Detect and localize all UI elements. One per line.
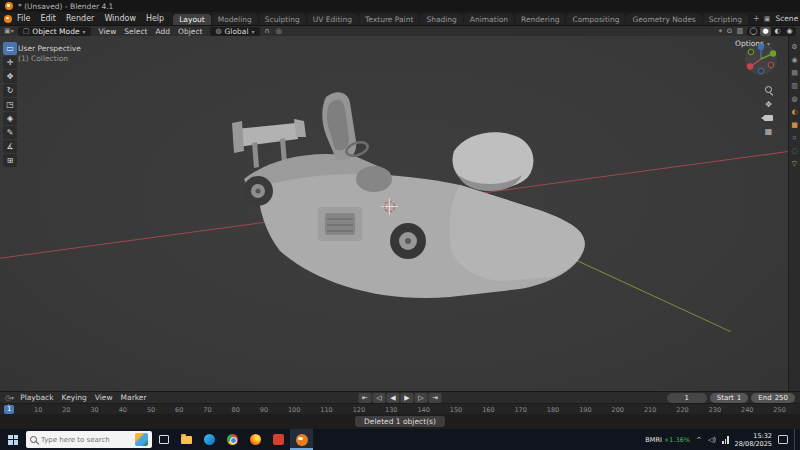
menu-item[interactable]: File [12,14,35,23]
tool-button-add-cube[interactable]: ⊞ [3,154,17,167]
red-app-button[interactable] [267,429,290,450]
action-center-icon[interactable] [778,435,788,444]
transport-button-jump-to-start[interactable]: ⇤ [359,393,372,403]
scene-selector[interactable]: Scene [775,14,798,23]
frame-tick-label: 200 [612,406,624,414]
frame-start-field[interactable]: Start1 [710,393,749,403]
view-toggle-icon-toggle-xray[interactable]: ▥ [735,27,744,35]
network-icon[interactable] [722,436,729,444]
properties-tab-icon-tool[interactable]: ⚙ [791,44,797,51]
firefox-button[interactable] [244,429,267,450]
view-toggle-icon-show-gizmos[interactable]: ⌖ [718,27,724,35]
tool-button-select-box[interactable]: ▭ [3,42,17,55]
stock-ticker[interactable]: BMRI +1.36% [645,436,690,444]
file-explorer-button[interactable] [175,429,198,450]
tool-button-measure[interactable]: ∡ [3,140,17,153]
timeline-ruler[interactable]: 1 10203040506070809010011012013014015016… [0,403,800,414]
properties-tab-icon-scene[interactable]: ◍ [791,96,797,103]
properties-tab-icon-render[interactable]: ◉ [791,57,797,64]
edge-button[interactable] [198,429,221,450]
hidden-icons-chevron[interactable]: ^ [696,436,702,444]
zoom-icon[interactable] [765,86,773,94]
tool-button-annotate[interactable]: ✎ [3,126,17,139]
add-workspace-button[interactable]: + [749,14,764,23]
mode-selector[interactable]: ▢ Object Mode ▾ [18,27,91,36]
snap-magnet-icon[interactable]: ∩ [264,27,271,35]
viewport-menu-item[interactable]: View [95,27,121,36]
taskbar-search[interactable] [26,431,152,448]
chrome-button[interactable] [221,429,244,450]
transform-orientation-dropdown[interactable]: ◍ Global ▾ [210,27,259,36]
frame-end-field[interactable]: End250 [751,393,795,403]
pan-view-icon[interactable]: ✥ [765,100,772,109]
viewport-menu-item[interactable]: Object [174,27,206,36]
start-button[interactable] [0,429,26,450]
transport-button-play-reverse[interactable]: ◀ [387,393,400,403]
timeline-editor-icon[interactable]: ◷▾ [5,394,14,402]
current-frame-marker[interactable]: 1 [4,405,14,414]
view-toggle-icon-show-overlays[interactable]: ⊙ [726,27,734,35]
tool-button-move[interactable]: ✥ [3,70,17,83]
camera-view-icon[interactable] [764,115,773,121]
blender-logo-icon [5,2,13,10]
properties-tab-icon-object[interactable]: ■ [791,122,798,129]
transport-button-play[interactable]: ▶ [401,393,414,403]
workspace-tab[interactable]: Texture Paint [359,14,419,25]
transport-button-prev-keyframe[interactable]: ◁ [373,393,386,403]
orthographic-toggle-icon[interactable]: ▦ [765,127,773,136]
shading-mode-icon-rendered[interactable]: ◉ [784,27,795,36]
transport-button-next-keyframe[interactable]: ▷ [415,393,428,403]
shading-mode-icon-solid[interactable]: ● [760,27,771,36]
viewport-menu-item[interactable]: Select [120,27,151,36]
proportional-edit-icon[interactable]: ◎ [275,27,283,35]
workspace-tab[interactable]: Shading [420,14,462,25]
viewport-menu-item[interactable]: Add [151,27,174,36]
shading-mode-icon-wireframe[interactable]: ◯ [748,27,759,36]
task-view-button[interactable] [152,429,175,450]
workspace-tab[interactable]: Compositing [566,14,625,25]
viewport-nav-icons: ✥ ▦ [764,86,773,136]
3d-cursor[interactable] [384,201,395,212]
timeline-menu-item[interactable]: Keying [58,393,91,402]
menu-item[interactable]: Render [61,14,99,23]
workspace-tab[interactable]: UV Editing [307,14,358,25]
menu-item[interactable]: Help [141,14,169,23]
tool-button-cursor[interactable]: ✛ [3,56,17,69]
tool-button-transform[interactable]: ◈ [3,112,17,125]
search-highlight-icon[interactable] [135,433,148,446]
tool-button-scale[interactable]: ◳ [3,98,17,111]
workspace-tab[interactable]: Animation [464,14,514,25]
search-input[interactable] [41,436,115,444]
blender-menu-icon[interactable] [4,15,12,23]
workspace-tab[interactable]: Modeling [212,14,258,25]
tool-button-rotate[interactable]: ↻ [3,84,17,97]
navigation-gizmo[interactable] [744,42,778,76]
properties-tab-icon-physics[interactable]: ◌ [791,148,797,155]
timeline-menu-item[interactable]: View [91,393,117,402]
3d-viewport[interactable]: User Perspective (1) Collection Options▾… [0,36,788,391]
workspace-tab[interactable]: Rendering [515,14,565,25]
workspace-tab[interactable]: Sculpting [259,14,306,25]
transport-button-jump-to-end[interactable]: ⇥ [429,393,442,403]
timeline-menu-item[interactable]: Marker [117,393,151,402]
timeline-menu-item[interactable]: Playback [16,393,57,402]
properties-tab-icon-world[interactable]: ◐ [791,109,797,116]
editor-type-icon[interactable]: ▣▾ [4,27,14,35]
properties-tab-icon-modifiers[interactable]: ⌗ [793,135,797,142]
current-frame-field[interactable]: 1 [667,393,707,403]
workspace-tab[interactable]: Layout [173,14,211,25]
properties-tab-icon-data[interactable]: ▽ [792,161,797,168]
workspace-tab[interactable]: Geometry Nodes [626,14,701,25]
frame-tick-label: 110 [320,406,332,414]
menu-item[interactable]: Window [99,14,141,23]
taskbar-clock[interactable]: 15:32 28/08/2025 [735,432,772,448]
show-desktop-button[interactable] [794,429,797,450]
shading-mode-icon-material-preview[interactable]: ◐ [772,27,783,36]
volume-icon[interactable]: ◁) [708,436,716,444]
properties-tab-icon-view-layer[interactable]: ▥ [791,83,798,90]
menu-item[interactable]: Edit [35,14,61,23]
blender-taskbar-button[interactable] [290,429,313,450]
workspace-tab[interactable]: Scripting [703,14,748,25]
properties-tab-icon-output[interactable]: ▤ [791,70,798,77]
kart-model[interactable] [222,83,602,303]
